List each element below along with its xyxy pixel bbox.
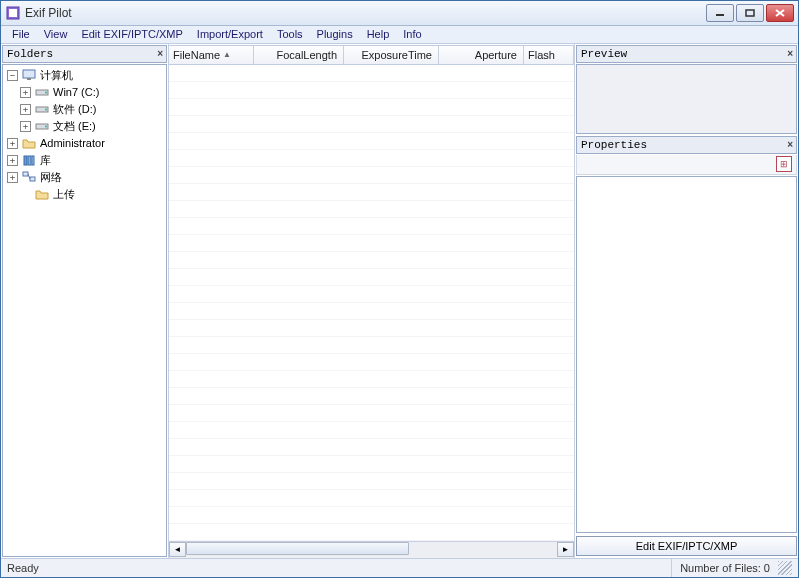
status-filecount: Number of Files: 0	[671, 559, 778, 578]
column-label: FileName	[173, 49, 220, 61]
tree-label: Administrator	[40, 137, 105, 149]
svg-rect-1	[9, 9, 17, 17]
menu-view[interactable]: View	[37, 26, 75, 42]
library-icon	[21, 153, 37, 167]
svg-rect-18	[30, 177, 35, 181]
expand-icon[interactable]: +	[7, 172, 18, 183]
menubar: File View Edit EXIF/IPTC/XMP Import/Expo…	[1, 26, 798, 44]
column-label: FocalLength	[276, 49, 337, 61]
folders-panel: Folders × − 计算机 + Win7 (C:) + 软件 (D:)	[1, 44, 169, 558]
client-area: Folders × − 计算机 + Win7 (C:) + 软件 (D:)	[1, 44, 798, 558]
folder-icon	[34, 187, 50, 201]
svg-rect-3	[746, 10, 754, 16]
column-flash[interactable]: Flash	[524, 46, 574, 64]
menu-edit-meta[interactable]: Edit EXIF/IPTC/XMP	[74, 26, 189, 42]
app-window: Exif Pilot File View Edit EXIF/IPTC/XMP …	[0, 0, 799, 578]
column-label: ExposureTime	[361, 49, 432, 61]
preview-panel-header: Preview ×	[576, 45, 797, 63]
network-icon	[21, 170, 37, 184]
menu-tools[interactable]: Tools	[270, 26, 310, 42]
right-panels: Preview × Properties × ⊞ Edit EXIF/IPTC/…	[574, 44, 798, 558]
app-icon	[5, 5, 21, 21]
expand-icon[interactable]: +	[7, 138, 18, 149]
properties-panel-title: Properties	[581, 139, 647, 151]
folder-icon	[21, 136, 37, 150]
sort-asc-icon: ▲	[223, 50, 231, 59]
svg-rect-6	[23, 70, 35, 78]
properties-toolbar: ⊞	[576, 155, 797, 175]
scroll-thumb[interactable]	[186, 542, 409, 555]
folders-panel-header: Folders ×	[2, 45, 167, 63]
drive-icon	[34, 102, 50, 116]
svg-rect-17	[23, 172, 28, 176]
properties-panel-header: Properties ×	[576, 136, 797, 154]
preview-area	[576, 64, 797, 134]
no-expand-icon	[20, 189, 31, 200]
expand-icon[interactable]: +	[20, 87, 31, 98]
status-ready: Ready	[7, 562, 39, 574]
svg-point-11	[45, 109, 47, 111]
tree-node-drive-c[interactable]: + Win7 (C:)	[5, 84, 164, 101]
tree-node-administrator[interactable]: + Administrator	[5, 135, 164, 152]
window-title: Exif Pilot	[25, 6, 706, 20]
properties-body[interactable]	[576, 176, 797, 533]
properties-close-icon[interactable]: ×	[787, 139, 793, 150]
column-filename[interactable]: FileName ▲	[169, 46, 254, 64]
tree-node-computer[interactable]: − 计算机	[5, 67, 164, 84]
column-exposuretime[interactable]: ExposureTime	[344, 46, 439, 64]
column-focallength[interactable]: FocalLength	[254, 46, 344, 64]
tree-node-upload[interactable]: 上传	[5, 186, 164, 203]
tree-label: 软件 (D:)	[53, 102, 96, 117]
scroll-track[interactable]	[186, 542, 557, 557]
column-aperture[interactable]: Aperture	[439, 46, 524, 64]
drive-icon	[34, 119, 50, 133]
folders-panel-title: Folders	[7, 48, 53, 60]
svg-rect-14	[24, 156, 27, 165]
preview-panel-title: Preview	[581, 48, 627, 60]
maximize-button[interactable]	[736, 4, 764, 22]
table-row	[169, 65, 574, 82]
menu-help[interactable]: Help	[360, 26, 397, 42]
tree-label: 库	[40, 153, 51, 168]
tree-label: Win7 (C:)	[53, 86, 99, 98]
expand-icon[interactable]: +	[20, 104, 31, 115]
svg-rect-16	[32, 156, 34, 165]
tree-label: 网络	[40, 170, 62, 185]
tree-label: 计算机	[40, 68, 73, 83]
horizontal-scrollbar[interactable]: ◄ ►	[169, 541, 574, 558]
file-grid-body[interactable]	[169, 65, 574, 541]
tree-label: 文档 (E:)	[53, 119, 96, 134]
expand-icon[interactable]: +	[7, 155, 18, 166]
computer-icon	[21, 68, 37, 82]
menu-plugins[interactable]: Plugins	[310, 26, 360, 42]
scroll-left-icon[interactable]: ◄	[169, 542, 186, 557]
column-headers: FileName ▲ FocalLength ExposureTime Aper…	[169, 45, 574, 65]
svg-point-13	[45, 126, 47, 128]
scroll-right-icon[interactable]: ►	[557, 542, 574, 557]
tree-node-network[interactable]: + 网络	[5, 169, 164, 186]
tree-label: 上传	[53, 187, 75, 202]
svg-rect-15	[28, 156, 31, 165]
minimize-button[interactable]	[706, 4, 734, 22]
tree-node-drive-e[interactable]: + 文档 (E:)	[5, 118, 164, 135]
svg-point-9	[45, 92, 47, 94]
resize-grip-icon[interactable]	[778, 561, 792, 575]
folder-tree[interactable]: − 计算机 + Win7 (C:) + 软件 (D:) + 文档	[2, 64, 167, 557]
menu-file[interactable]: File	[5, 26, 37, 42]
svg-rect-7	[27, 78, 31, 80]
file-list-panel: FileName ▲ FocalLength ExposureTime Aper…	[169, 44, 574, 558]
tree-node-drive-d[interactable]: + 软件 (D:)	[5, 101, 164, 118]
column-label: Flash	[528, 49, 555, 61]
titlebar[interactable]: Exif Pilot	[1, 1, 798, 26]
collapse-icon[interactable]: −	[7, 70, 18, 81]
expand-icon[interactable]: +	[20, 121, 31, 132]
tree-node-libraries[interactable]: + 库	[5, 152, 164, 169]
menu-import-export[interactable]: Import/Export	[190, 26, 270, 42]
properties-options-button[interactable]: ⊞	[776, 156, 792, 172]
preview-close-icon[interactable]: ×	[787, 48, 793, 59]
folders-close-icon[interactable]: ×	[157, 48, 163, 59]
menu-info[interactable]: Info	[396, 26, 428, 42]
edit-metadata-button[interactable]: Edit EXIF/IPTC/XMP	[576, 536, 797, 556]
statusbar: Ready Number of Files: 0	[1, 558, 798, 578]
close-button[interactable]	[766, 4, 794, 22]
